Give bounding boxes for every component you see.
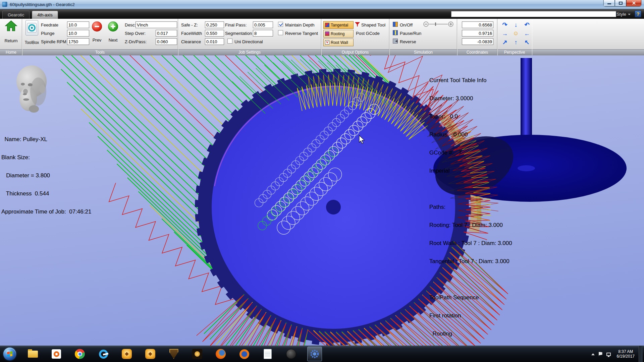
show-hidden-icons-button[interactable] — [591, 352, 595, 355]
pan-right-button[interactable]: → — [500, 29, 509, 38]
feedrate-label: Feedrate — [41, 22, 58, 27]
taskbar-item-firefox[interactable] — [213, 347, 228, 361]
maximize-button[interactable] — [615, 0, 626, 6]
job-info-line: Thickness 0.544 — [1, 191, 91, 197]
final-pass-field[interactable]: 0.005 — [253, 21, 273, 28]
z-dn-pass-label: Z-Dn/Pass: — [125, 39, 147, 44]
taskbar-item-chrome[interactable] — [72, 347, 87, 361]
saw-hub — [518, 165, 535, 171]
style-menu[interactable]: Style — [616, 12, 631, 17]
tilt-right-button[interactable]: ↗ — [500, 38, 509, 46]
taskbar-item-explorer[interactable] — [25, 347, 40, 361]
pan-up-button[interactable]: ↑ — [511, 38, 521, 46]
pan-down-button[interactable]: ↓ — [511, 21, 521, 29]
minimize-icon — [607, 3, 611, 4]
toolbox-button[interactable] — [25, 20, 38, 36]
help-button[interactable]: ? — [635, 10, 641, 17]
coord-x-field[interactable]: 0.6568 — [462, 21, 493, 28]
tool-info-line — [429, 186, 512, 192]
tangental-label: Tangental — [331, 23, 348, 27]
pause-run-label[interactable]: Pause/Run — [400, 31, 421, 36]
segmentation-field[interactable]: 8 — [253, 30, 273, 37]
desc-field[interactable]: VInch — [136, 21, 177, 28]
taskbar-item-app-dark[interactable] — [284, 347, 299, 361]
taskbar-item-gearotic[interactable] — [307, 347, 322, 361]
coord-z-field[interactable]: -0.0839 — [462, 38, 493, 45]
start-button[interactable] — [3, 348, 16, 360]
rooting-toggle[interactable]: Rooting — [323, 30, 354, 38]
plunge-label: Plunge — [41, 31, 54, 36]
viewport: Name: Pulley-XL Blank Size: Diameter = 3… — [0, 55, 644, 346]
next-tool-button[interactable] — [108, 21, 118, 32]
gear-bore — [326, 200, 341, 215]
chevron-down-icon — [628, 14, 631, 16]
rotate-ccw-button[interactable]: ↶ — [522, 21, 532, 29]
taskbar-item-notepad[interactable] — [260, 347, 275, 361]
tab-4th-axis[interactable]: 4th-axis — [32, 11, 58, 19]
on-off-label[interactable]: On/Off — [400, 22, 413, 27]
desc-label: Desc: — [125, 22, 136, 27]
clock[interactable]: 8:37 AM 6/19/2017 — [617, 349, 635, 359]
coord-y-field[interactable]: 0.9716 — [462, 30, 493, 37]
return-label: Return — [0, 38, 22, 43]
clock-date: 6/19/2017 — [617, 354, 635, 359]
network-icon[interactable] — [606, 353, 611, 356]
ribbon: Home Tools Job Settings Output Options S… — [0, 19, 644, 55]
reverse-label[interactable]: Reverse — [400, 39, 416, 44]
taskbar-item-app-orange[interactable] — [237, 347, 252, 361]
command-input[interactable] — [451, 11, 616, 17]
shaped-tool-label[interactable]: Shaped Tool — [361, 22, 385, 27]
taskbar-item-internet-explorer[interactable] — [96, 347, 111, 361]
reverse-tangent-checkbox[interactable] — [278, 30, 283, 35]
titlebar[interactable]: 60tpullyslittingsaw.gth - Gearotic2 — [0, 0, 644, 9]
ribbon-section-simulation: On/Off Pause/Run Reverse — [389, 19, 457, 55]
show-desktop-button[interactable] — [639, 346, 643, 362]
reset-view-button[interactable]: ☺ — [511, 29, 521, 38]
post-gcode-label[interactable]: Post GCode — [356, 31, 380, 36]
facewidth-field[interactable]: 0.550 — [205, 30, 224, 37]
3d-view-canvas[interactable] — [0, 55, 644, 346]
safe-z-label: Safe - Z: — [181, 22, 198, 27]
return-button[interactable] — [4, 20, 18, 33]
prev-tool-button[interactable] — [92, 21, 102, 32]
toolbox-label: ToolBox — [23, 40, 41, 45]
spindle-rpm-field[interactable]: 1750 — [67, 38, 89, 45]
tangental-icon — [325, 23, 329, 27]
tab-gearotic[interactable]: Gearotic — [2, 11, 30, 19]
taskbar-item-ups[interactable] — [166, 347, 181, 361]
taskbar-item-app-gold[interactable] — [190, 347, 205, 361]
clock-time: 8:37 AM — [617, 349, 635, 354]
action-center-flag-icon[interactable] — [599, 352, 602, 356]
taskbar-item-app-amber-1[interactable] — [119, 347, 134, 361]
plunge-field[interactable]: 10.0 — [67, 30, 89, 37]
tool-info-line: ToolPath Sequence — [429, 295, 512, 301]
window-title: 60tpullyslittingsaw.gth - Gearotic2 — [10, 2, 75, 7]
folder-icon — [28, 351, 38, 358]
sim-speed-slider[interactable] — [423, 21, 454, 28]
toolbox-icon — [27, 23, 37, 33]
job-info-text: Name: Pulley-XL Blank Size: Diameter = 3… — [1, 124, 91, 227]
plus-icon-v — [112, 24, 114, 29]
pan-left-button[interactable]: ← — [522, 29, 532, 38]
maintain-depth-checkbox[interactable] — [278, 22, 283, 27]
safe-z-field[interactable]: 0.250 — [205, 21, 224, 28]
taskbar-item-app-amber-2[interactable] — [143, 347, 158, 361]
amber-app-icon — [145, 349, 155, 359]
taskbar-item-outlook[interactable] — [49, 347, 64, 361]
clearance-label: Clearance — [181, 39, 201, 44]
clearance-field[interactable]: 0.010 — [205, 38, 224, 45]
root-wall-toggle[interactable]: Root Wall — [323, 39, 354, 46]
orange-blue-circle-icon — [239, 349, 249, 359]
minimize-button[interactable] — [603, 0, 615, 6]
uni-directional-checkbox[interactable] — [227, 39, 232, 44]
tangental-toggle[interactable]: Tangental — [323, 21, 354, 29]
rotate-cw-button[interactable]: ↷ — [500, 21, 509, 29]
feedrate-field[interactable]: 10.0 — [67, 21, 89, 28]
z-dn-pass-field[interactable]: 0.060 — [156, 38, 177, 45]
reverse-icon — [393, 39, 398, 44]
ribbon-section-output-options: Tangental Rooting Root Wall Shaped Tool … — [321, 19, 389, 55]
tilt-left-button[interactable]: ↖ — [522, 38, 532, 46]
close-button[interactable] — [626, 0, 641, 6]
step-over-field[interactable]: 0.017 — [156, 30, 177, 37]
notepad-icon — [264, 349, 272, 359]
